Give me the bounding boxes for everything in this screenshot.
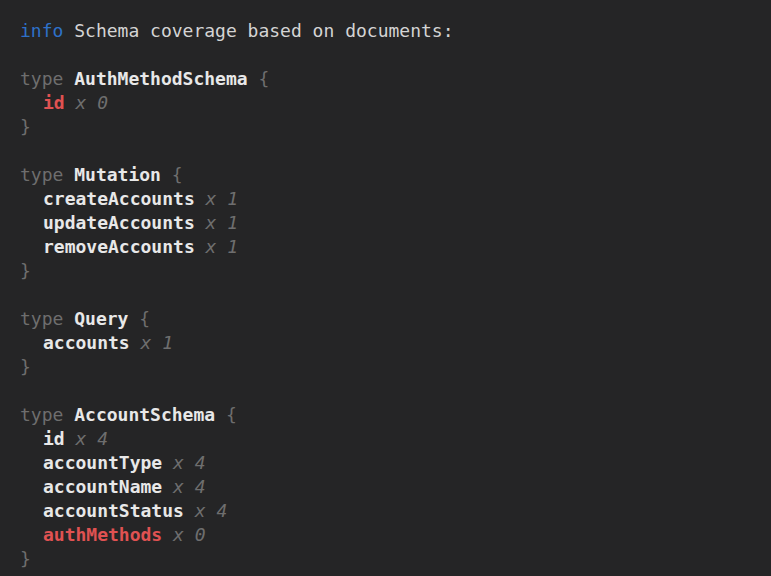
close-brace: } (20, 116, 31, 137)
field-count: x 1 (206, 188, 239, 209)
blank-line (20, 283, 761, 307)
type-declaration-line: type AuthMethodSchema { (20, 67, 761, 91)
field-line: updateAccounts x 1 (20, 211, 761, 235)
type-declaration-line: type Query { (20, 307, 761, 331)
info-message: Schema coverage based on documents: (74, 20, 453, 41)
field-name: removeAccounts (43, 236, 195, 257)
type-name: AccountSchema (74, 404, 215, 425)
close-brace: } (20, 356, 31, 377)
field-line: id x 0 (20, 91, 761, 115)
type-name: Mutation (74, 164, 161, 185)
field-name: accounts (43, 332, 130, 353)
type-keyword: type (20, 68, 63, 89)
field-count: x 0 (173, 524, 206, 545)
open-brace: { (139, 308, 150, 329)
type-keyword: type (20, 164, 63, 185)
field-line: authMethods x 0 (20, 523, 761, 547)
field-line: accounts x 1 (20, 331, 761, 355)
type-declaration-line: type Mutation { (20, 163, 761, 187)
closing-brace-line: } (20, 115, 761, 139)
type-keyword: type (20, 404, 63, 425)
field-line: id x 4 (20, 427, 761, 451)
field-line: accountType x 4 (20, 451, 761, 475)
field-line: accountStatus x 4 (20, 499, 761, 523)
close-brace: } (20, 260, 31, 281)
field-count: x 4 (173, 452, 206, 473)
type-name: AuthMethodSchema (74, 68, 247, 89)
terminal-output: info Schema coverage based on documents:… (0, 0, 771, 576)
field-name: id (43, 428, 65, 449)
field-line: accountName x 4 (20, 475, 761, 499)
closing-brace-line: } (20, 355, 761, 379)
field-name: updateAccounts (43, 212, 195, 233)
field-count: x 1 (206, 212, 239, 233)
blank-line (20, 139, 761, 163)
field-line: removeAccounts x 1 (20, 235, 761, 259)
field-name: id (43, 92, 65, 113)
type-declaration-line: type AccountSchema { (20, 403, 761, 427)
field-line: createAccounts x 1 (20, 187, 761, 211)
open-brace: { (172, 164, 183, 185)
close-brace: } (20, 548, 31, 569)
info-label: info (20, 20, 63, 41)
type-keyword: type (20, 308, 63, 329)
field-name: createAccounts (43, 188, 195, 209)
field-count: x 0 (76, 92, 109, 113)
field-count: x 4 (76, 428, 109, 449)
open-brace: { (226, 404, 237, 425)
field-count: x 4 (195, 500, 228, 521)
field-name: accountStatus (43, 500, 184, 521)
blank-line (20, 43, 761, 67)
field-name: accountName (43, 476, 162, 497)
closing-brace-line: } (20, 547, 761, 571)
open-brace: { (258, 68, 269, 89)
field-name: authMethods (43, 524, 162, 545)
info-line: info Schema coverage based on documents: (20, 19, 761, 43)
type-name: Query (74, 308, 128, 329)
blank-line (20, 379, 761, 403)
closing-brace-line: } (20, 259, 761, 283)
field-count: x 1 (206, 236, 239, 257)
field-name: accountType (43, 452, 162, 473)
field-count: x 4 (173, 476, 206, 497)
field-count: x 1 (141, 332, 174, 353)
